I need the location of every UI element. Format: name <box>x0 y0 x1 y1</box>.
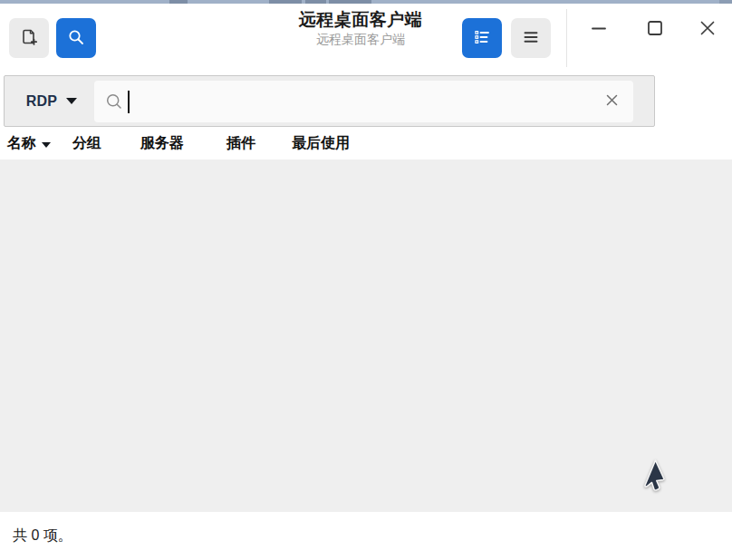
column-label: 插件 <box>226 134 255 153</box>
close-icon <box>698 19 717 40</box>
column-label: 最后使用 <box>292 134 350 153</box>
remote-desktop-client-window: { "window": { "title": "远程桌面客户端", "subti… <box>0 0 732 560</box>
note-add-icon <box>19 27 39 50</box>
column-header-server[interactable]: 服务器 <box>140 128 184 159</box>
search-input[interactable] <box>134 81 587 122</box>
list-view-icon <box>472 27 492 50</box>
window-title-block: 远程桌面客户端 远程桌面客户端 <box>225 9 496 48</box>
column-label: 名称 <box>7 134 36 153</box>
column-header-plugin[interactable]: 插件 <box>226 128 255 159</box>
status-bar: 共 0 项。 <box>0 512 732 560</box>
connection-list-empty-area <box>0 159 732 512</box>
clear-search-button[interactable] <box>597 87 626 116</box>
text-cursor <box>128 91 130 113</box>
table-header-row: 名称 分组 服务器 插件 最后使用 <box>0 128 732 159</box>
sort-descending-icon <box>42 142 51 148</box>
column-label: 分组 <box>72 134 101 153</box>
protocol-dropdown-value: RDP <box>26 93 58 110</box>
search-bar: RDP <box>4 75 655 127</box>
mouse-cursor <box>641 458 667 497</box>
window-title: 远程桌面客户端 <box>225 9 496 31</box>
main-menu-button[interactable] <box>511 18 551 58</box>
search-input-field[interactable] <box>94 81 633 122</box>
maximize-button[interactable] <box>641 15 669 43</box>
maximize-icon <box>646 19 664 40</box>
chevron-down-icon <box>66 98 77 104</box>
minimize-icon <box>590 19 608 40</box>
close-icon <box>605 93 619 110</box>
search-toggle-button[interactable] <box>56 18 96 58</box>
search-icon <box>105 92 123 114</box>
window-subtitle: 远程桌面客户端 <box>225 31 496 48</box>
minimize-button[interactable] <box>585 15 612 43</box>
hamburger-menu-icon <box>521 27 541 50</box>
list-view-button[interactable] <box>462 18 502 58</box>
column-header-last-used[interactable]: 最后使用 <box>292 128 350 159</box>
protocol-dropdown[interactable]: RDP <box>10 82 93 121</box>
titlebar: 远程桌面客户端 远程桌面客户端 <box>0 4 732 73</box>
titlebar-separator <box>566 9 567 67</box>
column-label: 服务器 <box>140 134 184 153</box>
column-header-name[interactable]: 名称 <box>7 128 51 159</box>
close-button[interactable] <box>694 15 721 43</box>
new-connection-button[interactable] <box>9 18 49 58</box>
column-header-group[interactable]: 分组 <box>72 128 101 159</box>
items-count: 共 0 项。 <box>13 526 72 546</box>
search-icon <box>67 28 85 49</box>
